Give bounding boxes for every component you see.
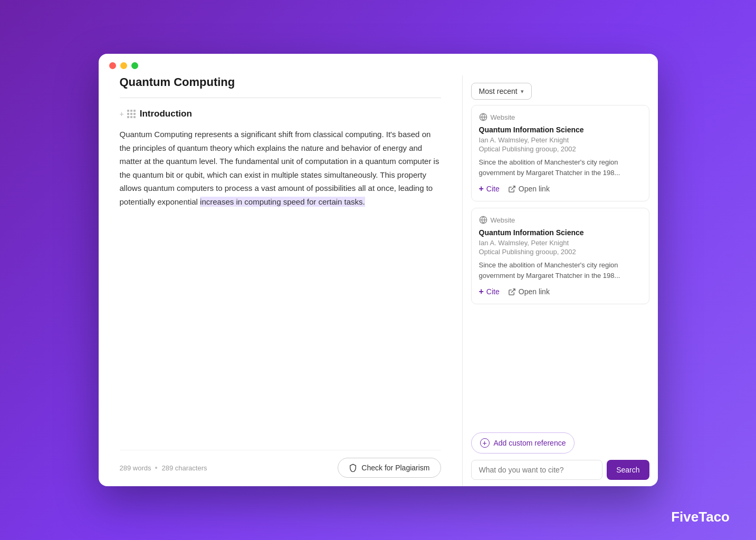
chevron-down-icon: ▾ [521, 88, 524, 95]
editor-content[interactable]: Quantum Computing represents a significa… [120, 128, 441, 450]
cite-plus-icon: + [479, 184, 484, 194]
svg-line-5 [511, 288, 515, 292]
ref-publisher: Optical Publishing grooup, 2002 [479, 248, 642, 256]
section-controls: + [120, 110, 136, 118]
website-icon [479, 216, 487, 224]
ref-type-row: Website [479, 216, 642, 224]
drag-handle-icon[interactable] [127, 110, 136, 118]
ref-authors: Ian A. Walmsley, Peter Knight [479, 239, 642, 247]
references-panel: Most recent ▾ Website Quantum Inf [463, 75, 658, 486]
cite-button[interactable]: + Cite [479, 184, 500, 194]
search-row: Search [471, 460, 649, 480]
minimize-button[interactable] [120, 62, 127, 69]
word-count-area: 289 words 289 characters [120, 464, 207, 472]
brand-label: FiveTaco [671, 509, 730, 525]
references-footer: + Add custom reference Search [463, 426, 658, 486]
search-button[interactable]: Search [607, 460, 649, 480]
open-link-button[interactable]: Open link [508, 185, 550, 193]
external-link-icon [508, 288, 516, 296]
section-header: + Introduction [120, 109, 441, 119]
maximize-button[interactable] [131, 62, 138, 69]
char-count-label: 289 characters [161, 464, 207, 472]
plagiarism-btn-label: Check for Plagiarism [361, 464, 429, 472]
check-plagiarism-button[interactable]: Check for Plagiarism [338, 458, 441, 478]
search-input[interactable] [471, 460, 603, 480]
ref-actions: + Cite Open link [479, 287, 642, 296]
ref-excerpt: Since the abolition of Manchester's city… [479, 260, 642, 281]
app-window: Quantum Computing + Introduction Quantum… [99, 54, 658, 486]
add-custom-reference-button[interactable]: + Add custom reference [471, 432, 575, 454]
add-section-icon[interactable]: + [120, 110, 124, 118]
open-link-label: Open link [519, 287, 550, 296]
references-list: Website Quantum Information Science Ian … [463, 105, 658, 426]
brand-footer: FiveTaco [671, 509, 730, 525]
sort-label: Most recent [479, 87, 518, 95]
close-button[interactable] [109, 62, 116, 69]
add-custom-label: Add custom reference [494, 439, 566, 447]
paragraph-text: Quantum Computing represents a significa… [120, 128, 441, 208]
ref-title: Quantum Information Science [479, 228, 642, 237]
editor-footer: 289 words 289 characters Check for Plagi… [120, 450, 441, 486]
ref-type-label: Website [491, 216, 515, 224]
cite-label: Cite [486, 185, 500, 193]
separator-dot [155, 467, 157, 469]
website-icon [479, 113, 487, 121]
svg-line-2 [511, 186, 515, 189]
ref-actions: + Cite Open link [479, 184, 642, 194]
sort-bar: Most recent ▾ [463, 75, 658, 105]
section-title: Introduction [140, 109, 192, 119]
sort-dropdown[interactable]: Most recent ▾ [471, 83, 532, 100]
ref-publisher: Optical Publishing grooup, 2002 [479, 145, 642, 153]
ref-type-label: Website [491, 113, 515, 121]
doc-title: Quantum Computing [120, 75, 441, 89]
ref-type-row: Website [479, 113, 642, 121]
ref-title: Quantum Information Science [479, 126, 642, 134]
reference-card: Website Quantum Information Science Ian … [471, 208, 649, 304]
shield-icon [349, 464, 357, 472]
cite-plus-icon: + [479, 287, 484, 296]
word-count-label: 289 words [120, 464, 151, 472]
open-link-label: Open link [519, 185, 550, 193]
editor-panel: Quantum Computing + Introduction Quantum… [99, 75, 463, 486]
title-bar [99, 54, 658, 75]
ref-authors: Ian A. Walmsley, Peter Knight [479, 136, 642, 144]
traffic-lights [109, 62, 138, 69]
ref-excerpt: Since the abolition of Manchester's city… [479, 157, 642, 178]
reference-card: Website Quantum Information Science Ian … [471, 105, 649, 201]
main-area: Quantum Computing + Introduction Quantum… [99, 75, 658, 486]
external-link-icon [508, 185, 516, 193]
add-circle-icon: + [480, 438, 490, 448]
open-link-button[interactable]: Open link [508, 287, 550, 296]
paragraph-normal: Quantum Computing represents a significa… [120, 130, 439, 206]
paragraph-highlight: increases in computing speed for certain… [200, 197, 365, 207]
cite-label: Cite [486, 287, 500, 296]
cite-button[interactable]: + Cite [479, 287, 500, 296]
title-divider [120, 98, 441, 98]
